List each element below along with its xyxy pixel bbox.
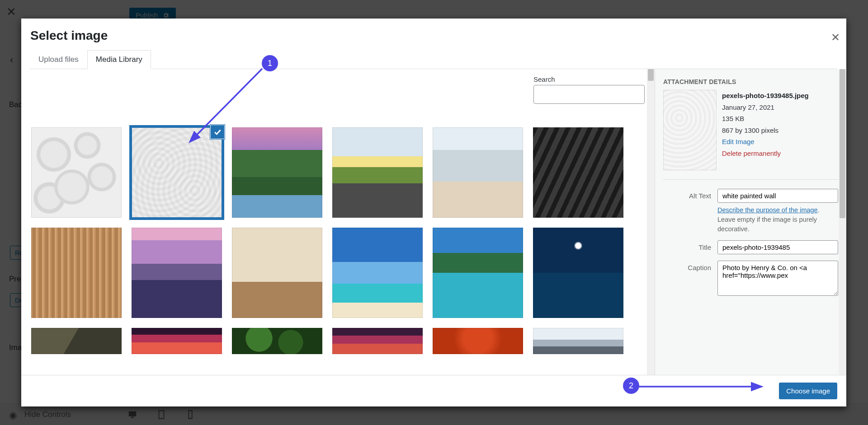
title-row: Title — [663, 240, 838, 254]
media-thumb[interactable] — [132, 228, 222, 318]
caption-label: Caption — [663, 261, 717, 271]
media-grid-area: Search — [21, 69, 655, 375]
media-scrollbar[interactable] — [647, 69, 655, 375]
media-thumb[interactable] — [332, 127, 423, 218]
alt-text-input[interactable] — [717, 189, 838, 203]
media-thumb[interactable] — [31, 328, 122, 354]
media-thumb[interactable] — [433, 328, 523, 354]
modal-body: Search — [21, 69, 846, 375]
attachment-filesize: 135 KB — [722, 113, 809, 125]
attachment-details-heading: ATTACHMENT DETAILS — [663, 78, 838, 85]
scrollbar-thumb[interactable] — [648, 69, 654, 81]
attachment-dimensions: 867 by 1300 pixels — [722, 125, 809, 136]
media-grid — [31, 127, 645, 354]
media-thumb[interactable] — [132, 328, 222, 354]
attachment-meta: pexels-photo-1939485.jpeg January 27, 20… — [722, 90, 809, 170]
tab-media-library[interactable]: Media Library — [87, 50, 151, 69]
divider — [663, 179, 838, 180]
search-input[interactable] — [533, 85, 645, 104]
close-icon[interactable]: ✕ — [831, 31, 840, 44]
media-thumb[interactable] — [332, 328, 423, 354]
scrollbar-thumb[interactable] — [840, 69, 845, 218]
attachment-date: January 27, 2021 — [722, 102, 809, 113]
media-modal: Select image ✕ Upload files Media Librar… — [21, 19, 846, 406]
attachment-filename: pexels-photo-1939485.jpeg — [722, 90, 809, 102]
attachment-details-panel: ATTACHMENT DETAILS pexels-photo-1939485.… — [655, 69, 846, 375]
media-thumb[interactable] — [533, 228, 623, 318]
media-thumb[interactable] — [533, 127, 623, 218]
title-label: Title — [663, 240, 717, 251]
modal-footer: Choose image — [21, 375, 846, 406]
choose-image-button[interactable]: Choose image — [779, 383, 837, 399]
alt-help-link[interactable]: Describe the purpose of the image — [717, 206, 818, 214]
caption-textarea[interactable] — [717, 261, 838, 296]
attachment-summary: pexels-photo-1939485.jpeg January 27, 20… — [663, 90, 838, 170]
media-thumb[interactable] — [232, 228, 322, 318]
media-grid-scroll[interactable] — [21, 104, 655, 375]
media-thumb[interactable] — [433, 228, 523, 318]
media-thumb[interactable] — [433, 127, 523, 218]
edit-image-link[interactable]: Edit Image — [722, 136, 809, 148]
media-thumb[interactable] — [31, 127, 122, 218]
alt-text-help: Describe the purpose of the image. Leave… — [717, 205, 838, 234]
selected-check-icon[interactable] — [211, 125, 224, 139]
title-input[interactable] — [717, 240, 838, 254]
tab-upload-files[interactable]: Upload files — [30, 50, 87, 69]
annotation-badge-2: 2 — [623, 378, 639, 394]
media-thumb[interactable] — [31, 228, 122, 318]
media-thumb[interactable] — [232, 328, 322, 354]
caption-row: Caption — [663, 261, 838, 297]
search-row: Search — [21, 69, 655, 104]
details-scrollbar[interactable] — [839, 69, 846, 375]
attachment-thumbnail — [663, 90, 717, 170]
modal-title: Select image — [30, 28, 837, 43]
media-thumb[interactable] — [533, 328, 623, 354]
modal-header: Select image ✕ Upload files Media Librar… — [21, 19, 846, 69]
modal-tabs: Upload files Media Library — [30, 50, 837, 69]
search-label: Search — [533, 75, 645, 83]
media-thumb[interactable] — [232, 127, 322, 218]
media-thumb-selected[interactable] — [132, 127, 222, 218]
delete-permanently-link[interactable]: Delete permanently — [722, 148, 809, 159]
annotation-badge-1: 1 — [262, 55, 278, 71]
media-thumb[interactable] — [332, 228, 423, 318]
alt-text-row: Alt Text Describe the purpose of the ima… — [663, 189, 838, 234]
alt-text-label: Alt Text — [663, 189, 717, 200]
